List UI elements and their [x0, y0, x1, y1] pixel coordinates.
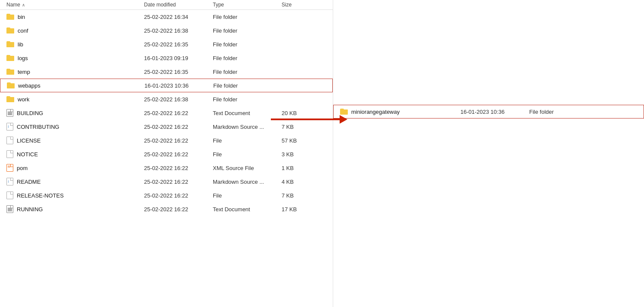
header-size: Size: [282, 2, 316, 8]
file-size: 17 KB: [282, 206, 316, 213]
file-type: Markdown Source ...: [213, 179, 282, 185]
file-date: 16-01-2023 09:19: [144, 55, 213, 61]
arrow-annotation: [271, 115, 347, 124]
doc-lines-icon: [6, 109, 13, 117]
file-name-text: pom: [17, 165, 28, 171]
file-type: Text Document: [213, 206, 282, 213]
doc-icon: [6, 150, 13, 158]
file-type: File: [213, 192, 282, 199]
list-item[interactable]: miniorangegateway16-01-2023 10:36File fo…: [333, 105, 644, 119]
list-item[interactable]: RUNNING25-02-2022 16:22Text Document17 K…: [0, 202, 333, 216]
file-date: 25-02-2022 16:22: [144, 110, 213, 116]
folder-icon: [340, 109, 348, 115]
file-name-text: logs: [18, 55, 28, 61]
file-name-cell: lib: [6, 41, 144, 48]
list-item[interactable]: logs16-01-2023 09:19File folder: [0, 51, 333, 65]
folder-icon: [6, 41, 14, 47]
file-name-text: LICENSE: [17, 137, 41, 144]
folder-icon: [6, 55, 14, 61]
header-name: Name ∧: [6, 2, 144, 8]
file-name-cell: pom: [6, 164, 144, 172]
right-file-list: miniorangegateway16-01-2023 10:36File fo…: [333, 0, 644, 119]
file-name-text: RUNNING: [17, 206, 43, 213]
folder-icon: [6, 96, 14, 102]
file-type: File folder: [213, 96, 282, 103]
file-type: File: [213, 137, 282, 144]
file-size: 3 KB: [282, 151, 316, 158]
file-date: 25-02-2022 16:34: [144, 14, 213, 20]
file-type: File folder: [213, 69, 282, 75]
list-item[interactable]: conf25-02-2022 16:38File folder: [0, 24, 333, 37]
file-date: 25-02-2022 16:22: [144, 179, 213, 185]
file-name-text: lib: [18, 41, 23, 48]
file-size: 4 KB: [282, 179, 316, 185]
file-date: 25-02-2022 16:38: [144, 96, 213, 103]
folder-icon: [6, 14, 14, 20]
left-pane: Name ∧ Date modified Type Size bin25-02-…: [0, 0, 333, 307]
file-type: File folder: [213, 82, 282, 89]
file-date: 25-02-2022 16:35: [144, 41, 213, 48]
file-date: 25-02-2022 16:22: [144, 151, 213, 158]
file-date: 25-02-2022 16:22: [144, 137, 213, 144]
file-name-cell: conf: [6, 27, 144, 34]
file-name-text: temp: [18, 69, 30, 75]
left-file-list: bin25-02-2022 16:34File folderconf25-02-…: [0, 10, 333, 216]
list-item[interactable]: README25-02-2022 16:22Markdown Source ..…: [0, 175, 333, 188]
file-date: 25-02-2022 16:35: [144, 69, 213, 75]
file-date: 16-01-2023 10:36: [460, 109, 529, 115]
file-date: 25-02-2022 16:22: [144, 192, 213, 199]
list-item[interactable]: work25-02-2022 16:38File folder: [0, 92, 333, 106]
folder-icon: [6, 27, 14, 33]
folder-icon: [6, 69, 14, 75]
file-name-text: README: [17, 179, 41, 185]
file-date: 25-02-2022 16:22: [144, 124, 213, 130]
list-item[interactable]: bin25-02-2022 16:34File folder: [0, 10, 333, 24]
arrow-head-icon: [340, 115, 347, 124]
doc-lines-icon: [6, 205, 13, 213]
file-name-cell: BUILDING: [6, 109, 144, 117]
file-name-cell: temp: [6, 69, 144, 75]
list-item[interactable]: lib25-02-2022 16:35File folder: [0, 37, 333, 51]
file-size: 7 KB: [282, 192, 316, 199]
xml-icon: [6, 164, 13, 172]
file-size: 7 KB: [282, 124, 316, 130]
header-type: Type: [213, 2, 282, 8]
file-type: File: [213, 151, 282, 158]
file-type: File folder: [213, 27, 282, 34]
folder-icon: [7, 82, 15, 88]
file-date: 25-02-2022 16:22: [144, 165, 213, 171]
sort-arrow-icon: ∧: [22, 3, 25, 7]
right-pane: miniorangegateway16-01-2023 10:36File fo…: [333, 0, 644, 307]
explorer-container: Name ∧ Date modified Type Size bin25-02-…: [0, 0, 644, 307]
file-size: 1 KB: [282, 165, 316, 171]
left-header: Name ∧ Date modified Type Size: [0, 0, 333, 10]
file-name-cell: webapps: [7, 82, 144, 89]
file-name-cell: NOTICE: [6, 150, 144, 158]
markdown-icon: [6, 178, 13, 185]
doc-icon: [6, 191, 13, 199]
list-item[interactable]: NOTICE25-02-2022 16:22File3 KB: [0, 147, 333, 161]
list-item[interactable]: RELEASE-NOTES25-02-2022 16:22File7 KB: [0, 188, 333, 202]
file-name-cell: RELEASE-NOTES: [6, 191, 144, 199]
file-name-text: webapps: [18, 82, 40, 89]
file-name-text: conf: [18, 27, 28, 34]
list-item[interactable]: LICENSE25-02-2022 16:22File57 KB: [0, 134, 333, 147]
file-name-cell: work: [6, 96, 144, 103]
file-type: File folder: [213, 55, 282, 61]
file-name-text: BUILDING: [17, 110, 43, 116]
file-date: 25-02-2022 16:38: [144, 27, 213, 34]
file-type: File folder: [213, 41, 282, 48]
list-item[interactable]: pom25-02-2022 16:22XML Source File1 KB: [0, 161, 333, 175]
file-name-text: bin: [18, 14, 25, 20]
list-item[interactable]: webapps16-01-2023 10:36File folder: [0, 79, 333, 92]
file-name-text: CONTRIBUTING: [17, 124, 59, 130]
file-date: 16-01-2023 10:36: [144, 82, 213, 89]
file-name-text: miniorangegateway: [351, 109, 400, 115]
arrow-body: [271, 119, 340, 120]
file-size: 57 KB: [282, 137, 316, 144]
file-name-cell: bin: [6, 14, 144, 20]
file-name-cell: README: [6, 178, 144, 185]
list-item[interactable]: temp25-02-2022 16:35File folder: [0, 65, 333, 79]
doc-icon: [6, 137, 13, 144]
file-type: XML Source File: [213, 165, 282, 171]
